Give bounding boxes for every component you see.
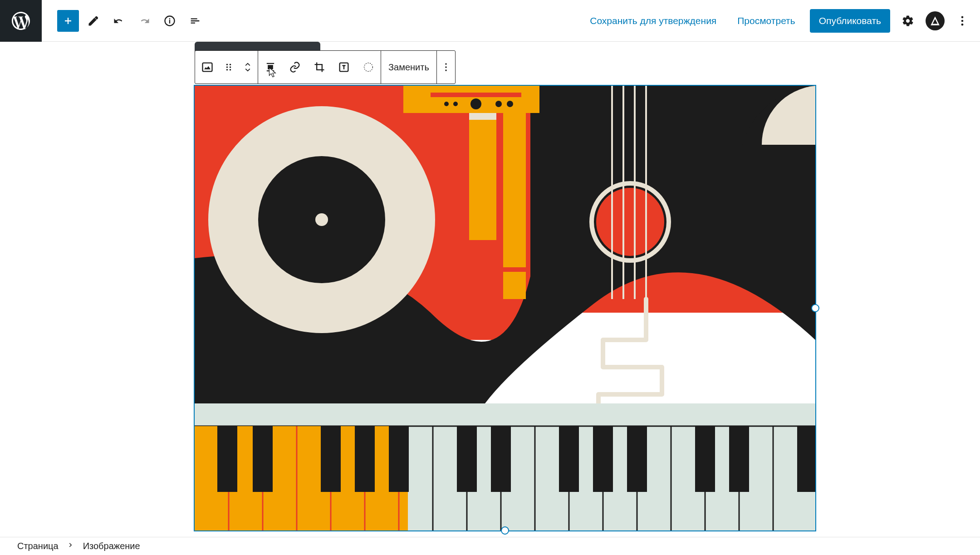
- kebab-icon: [440, 61, 452, 74]
- svg-point-9: [226, 69, 228, 71]
- svg-point-15: [445, 69, 447, 71]
- chevron-up-icon: [244, 62, 252, 67]
- svg-rect-67: [217, 426, 237, 492]
- drag-handle[interactable]: [220, 51, 238, 83]
- svg-rect-73: [491, 426, 511, 492]
- duotone-icon: [362, 61, 375, 74]
- undo-icon: [113, 15, 125, 27]
- redo-button[interactable]: [133, 10, 155, 32]
- svg-rect-22: [431, 93, 521, 97]
- preview-link[interactable]: Просмотреть: [731, 11, 801, 31]
- svg-rect-71: [389, 426, 409, 492]
- image-icon: [201, 61, 214, 74]
- svg-rect-21: [403, 86, 539, 113]
- link-icon: [289, 61, 301, 74]
- svg-point-33: [596, 188, 664, 256]
- outline-button[interactable]: [184, 10, 206, 32]
- svg-point-8: [230, 66, 231, 68]
- svg-point-2: [961, 20, 964, 22]
- info-icon: [163, 15, 176, 27]
- user-avatar[interactable]: [926, 11, 945, 30]
- svg-point-26: [495, 101, 502, 107]
- chevron-right-icon: [67, 541, 75, 549]
- svg-point-12: [364, 63, 373, 72]
- replace-button[interactable]: Заменить: [381, 51, 436, 83]
- align-button[interactable]: [258, 51, 283, 83]
- editor-canvas: Нажмите на меня: [14, 42, 980, 537]
- breadcrumb-page[interactable]: Страница: [17, 541, 59, 551]
- block-toolbar: Заменить: [195, 50, 456, 84]
- settings-button[interactable]: [898, 11, 917, 30]
- add-block-button[interactable]: [57, 10, 79, 32]
- artwork-image: [195, 86, 815, 530]
- image-block[interactable]: [195, 86, 815, 530]
- text-on-image-icon: [338, 61, 350, 74]
- crop-icon: [313, 61, 326, 74]
- plus-icon: [62, 15, 74, 27]
- svg-point-25: [470, 98, 481, 109]
- publish-button[interactable]: Опубликовать: [810, 9, 890, 33]
- crop-button[interactable]: [307, 51, 332, 83]
- undo-button[interactable]: [108, 10, 130, 32]
- svg-point-27: [507, 101, 513, 107]
- redo-icon: [138, 15, 151, 27]
- editor-topbar: Сохранить для утверждения Просмотреть Оп…: [0, 0, 980, 42]
- svg-rect-28: [469, 113, 496, 240]
- svg-point-20: [315, 213, 328, 226]
- svg-point-1: [961, 16, 964, 18]
- breadcrumb-image[interactable]: Изображение: [83, 541, 140, 551]
- svg-rect-29: [503, 113, 526, 267]
- svg-rect-68: [253, 426, 273, 492]
- svg-point-14: [445, 66, 447, 68]
- duotone-button[interactable]: [356, 51, 381, 83]
- svg-rect-78: [729, 426, 749, 492]
- svg-point-5: [226, 64, 228, 65]
- tools-button[interactable]: [83, 10, 104, 32]
- svg-rect-69: [321, 426, 341, 492]
- kebab-icon: [956, 15, 969, 27]
- svg-point-7: [226, 66, 228, 68]
- text-overlay-button[interactable]: [332, 51, 356, 83]
- svg-point-24: [453, 102, 458, 106]
- svg-point-13: [445, 63, 447, 65]
- svg-rect-31: [469, 113, 496, 120]
- block-mover[interactable]: [238, 51, 258, 83]
- block-breadcrumb: Страница Изображение: [0, 537, 980, 555]
- chevron-down-icon: [244, 67, 252, 73]
- svg-point-10: [230, 69, 231, 71]
- svg-rect-4: [203, 63, 212, 72]
- topbar-right: Сохранить для утверждения Просмотреть Оп…: [583, 9, 980, 33]
- pencil-icon: [87, 15, 100, 27]
- drag-icon: [222, 61, 235, 74]
- align-icon: [264, 61, 277, 74]
- svg-rect-72: [457, 426, 477, 492]
- svg-rect-75: [593, 426, 613, 492]
- breadcrumb-separator: [67, 541, 75, 551]
- list-icon: [189, 15, 201, 27]
- cursor-icon: [267, 67, 279, 79]
- svg-point-3: [961, 23, 964, 25]
- wordpress-icon: [10, 10, 32, 32]
- svg-rect-70: [355, 426, 375, 492]
- more-options-button[interactable]: [953, 11, 972, 30]
- svg-rect-77: [695, 426, 715, 492]
- link-button[interactable]: [283, 51, 307, 83]
- svg-rect-74: [559, 426, 579, 492]
- resize-handle-right[interactable]: [811, 304, 819, 312]
- gear-icon: [902, 15, 914, 27]
- save-for-approval-link[interactable]: Сохранить для утверждения: [583, 11, 723, 31]
- svg-rect-79: [797, 426, 815, 492]
- replace-label: Заменить: [388, 62, 429, 73]
- block-more-button[interactable]: [437, 51, 455, 83]
- svg-point-23: [444, 102, 449, 106]
- wordpress-logo[interactable]: [0, 0, 42, 42]
- info-button[interactable]: [159, 10, 181, 32]
- avatar-icon: [929, 15, 941, 27]
- block-type-button[interactable]: [195, 51, 220, 83]
- svg-point-6: [230, 64, 231, 65]
- resize-handle-bottom[interactable]: [501, 526, 509, 535]
- svg-rect-30: [503, 272, 526, 299]
- svg-rect-76: [627, 426, 647, 492]
